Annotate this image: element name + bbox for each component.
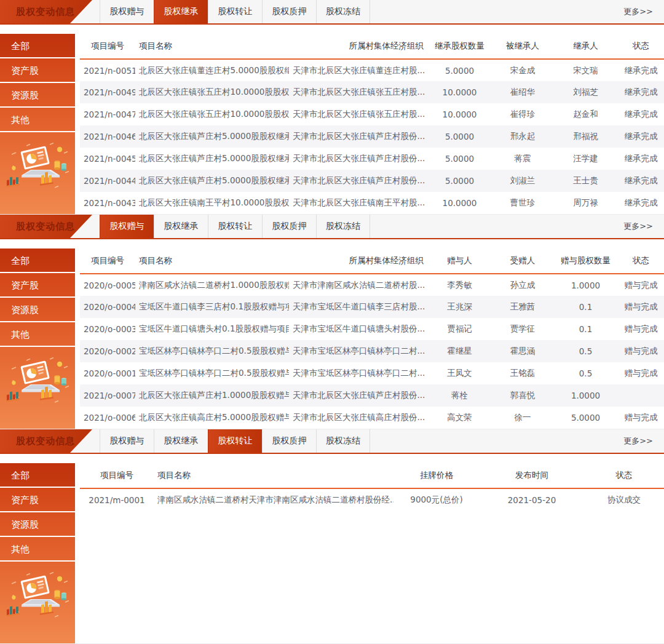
sidebar-item-other[interactable]: 其他 [0,537,75,562]
table-row[interactable]: 2021/m-0001津南区咸水沽镇二道桥村天津市津南区咸水沽镇二道桥村股份经.… [80,488,664,511]
column-header: 被继承人 [492,34,553,59]
table-row[interactable]: 2021/n-0045北辰区大张庄镇芦庄村5.0000股股权继承...天津市北辰… [80,148,664,170]
sidebar-item-other[interactable]: 其他 [0,108,75,132]
table-row[interactable]: 2021/o-0007北辰区大张庄镇芦庄村1.0000股股权赠与...天津市北辰… [80,384,664,407]
table-cell: 2021/n-0049 [80,81,135,103]
table-cell: 崔绍华 [492,81,553,103]
table-cell: 北辰区大张庄镇董连庄村5.0000股股权继... [135,59,289,81]
sidebar-item-all[interactable]: 全部 [0,463,75,488]
column-header: 项目编号 [80,248,135,274]
category-sidebar: 全部资产股资源股其他 [0,463,75,644]
table-cell: 继承完成 [618,125,664,148]
sidebar-item-resource-shares[interactable]: 资源股 [0,298,75,322]
table-row[interactable]: 2021/o-0006北辰区大张庄镇高庄村5.0000股股权赠与...天津市北辰… [80,407,664,429]
tab-equity-pledge[interactable]: 股权质押 [262,0,316,23]
analytics-laptop-illustration [6,570,69,624]
sidebar-illustration-slot [0,347,75,429]
analytics-laptop-illustration [6,356,69,410]
table-cell: 汪学建 [553,148,618,170]
table-cell: 李秀敏 [427,274,492,296]
table-cell: 2021/n-0045 [80,148,135,170]
table-cell: 宋金成 [492,59,553,81]
table-cell: 宋文瑞 [553,59,618,81]
table-row[interactable]: 2021/n-0049北辰区大张庄镇张五庄村10.0000股股权继...天津市北… [80,81,664,103]
table-row[interactable]: 2020/o-0004宝坻区牛道口镇李三店村0.1股股权赠与项目天津市宝坻区牛道… [80,296,664,318]
table-cell: 津南区咸水沽镇二道桥村天津市津南区咸水沽镇二道桥村股份经... [154,488,393,511]
equity-change-panel-inherit: 股权变动信息 股权赠与股权继承股权转让股权质押股权冻结 更多>> 全部资产股资源… [0,0,664,215]
table-cell: 5.0000 [427,59,492,81]
more-link[interactable]: 更多>> [623,435,664,447]
table-cell: 曹世珍 [492,192,553,214]
tab-equity-freeze[interactable]: 股权冻结 [316,215,370,238]
table-cell: 2021/m-0001 [80,488,154,511]
table-cell: 2020/o-0001 [80,362,135,384]
table-cell: 赠与完成 [618,407,664,429]
tab-equity-gift[interactable]: 股权赠与 [100,0,154,23]
table-cell [618,384,664,407]
section-title: 股权变动信息 [16,6,75,18]
column-header: 状态 [584,463,664,488]
table-cell: 天津市宝坻区牛道口镇塘头村股份... [289,318,427,340]
sidebar-item-resource-shares[interactable]: 资源股 [0,512,75,537]
table-cell: 2020/o-0005 [80,274,135,296]
table-cell: 崔得珍 [492,103,553,125]
table-cell: 宝坻区林亭口镇林亭口二村0.5股股权赠与... [135,340,289,362]
column-header: 项目编号 [80,463,154,488]
tab-equity-transfer[interactable]: 股权转让 [208,215,262,238]
tab-equity-inherit[interactable]: 股权继承 [154,0,208,23]
more-link[interactable]: 更多>> [623,6,664,17]
sidebar-item-asset-shares[interactable]: 资产股 [0,488,75,512]
table-cell: 2021/n-0051 [80,59,135,81]
table-row[interactable]: 2020/o-0001宝坻区林亭口镇林亭口二村0.5股股权赠与...天津市宝坻区… [80,362,664,384]
sidebar-item-resource-shares[interactable]: 资源股 [0,83,75,108]
more-link[interactable]: 更多>> [623,221,664,232]
table-row[interactable]: 2020/o-0002宝坻区林亭口镇林亭口二村0.5股股权赠与...天津市宝坻区… [80,340,664,362]
sidebar-item-all[interactable]: 全部 [0,34,75,58]
sidebar-item-other[interactable]: 其他 [0,322,75,347]
tab-equity-pledge[interactable]: 股权质押 [262,215,316,238]
tab-equity-inherit[interactable]: 股权继承 [154,429,208,453]
column-header: 项目编号 [80,34,135,59]
column-header: 受赠人 [492,248,553,274]
table-row[interactable]: 2021/n-0046北辰区大张庄镇芦庄村5.0000股股权继承...天津市北辰… [80,125,664,148]
table-row[interactable]: 2021/n-0047北辰区大张庄镇张五庄村10.0000股股权继...天津市北… [80,103,664,125]
table-cell: 蒋栓 [427,384,492,407]
tab-equity-freeze[interactable]: 股权冻结 [316,429,370,453]
column-header: 发布时间 [480,463,584,488]
tab-equity-transfer[interactable]: 股权转让 [208,429,262,453]
tab-equity-inherit[interactable]: 股权继承 [154,215,208,238]
tab-bar: 股权赠与股权继承股权转让股权质押股权冻结 [100,215,370,238]
table-cell: 徐一 [492,407,553,429]
table-row[interactable]: 2021/n-0051北辰区大张庄镇董连庄村5.0000股股权继...天津市北辰… [80,59,664,81]
table-cell: 10.0000 [427,192,492,214]
table-cell: 霍思涵 [492,340,553,362]
table-row[interactable]: 2020/o-0003宝坻区牛道口镇塘头村0.1股股权赠与项目天津市宝坻区牛道口… [80,318,664,340]
table-row[interactable]: 2021/n-0043北辰区大张庄镇南王平村10.0000股股权继...天津市北… [80,192,664,214]
section-title: 股权变动信息 [16,435,75,447]
table-cell: 宝坻区牛道口镇李三店村0.1股股权赠与项目 [135,296,289,318]
panel-content: 全部资产股资源股其他 [0,454,664,644]
table-row[interactable]: 2021/n-0044北辰区大张庄镇芦庄村5.0000股股权继承...天津市北辰… [80,170,664,192]
sidebar-illustration-slot [0,132,75,215]
tab-equity-freeze[interactable]: 股权冻结 [316,0,370,23]
sidebar-item-asset-shares[interactable]: 资产股 [0,58,75,83]
table-cell: 天津市北辰区大张庄镇芦庄村股份... [289,170,427,192]
tab-equity-gift[interactable]: 股权赠与 [100,215,154,238]
records-table-wrap: 项目编号项目名称挂牌价格发布时间状态 2021/m-0001津南区咸水沽镇二道桥… [80,463,664,644]
panel-content: 全部资产股资源股其他 [0,25,664,215]
tab-equity-pledge[interactable]: 股权质押 [262,429,316,453]
sidebar-item-all[interactable]: 全部 [0,248,75,273]
table-cell: 2020/o-0003 [80,318,135,340]
table-cell: 9000元(总价) [393,488,480,511]
table-cell: 5.0000 [427,170,492,192]
table-cell: 赠与完成 [618,362,664,384]
tab-equity-transfer[interactable]: 股权转让 [208,0,262,23]
tab-equity-gift[interactable]: 股权赠与 [100,429,154,453]
table-cell: 10.0000 [427,103,492,125]
analytics-laptop-illustration [6,141,69,195]
table-cell: 2021/o-0007 [80,384,135,407]
table-cell: 天津市北辰区大张庄镇芦庄村股份... [289,125,427,148]
table-row[interactable]: 2020/o-0005津南区咸水沽镇二道桥村1.0000股股权赠...天津市津南… [80,274,664,296]
table-cell: 蒋震 [492,148,553,170]
sidebar-item-asset-shares[interactable]: 资产股 [0,273,75,298]
